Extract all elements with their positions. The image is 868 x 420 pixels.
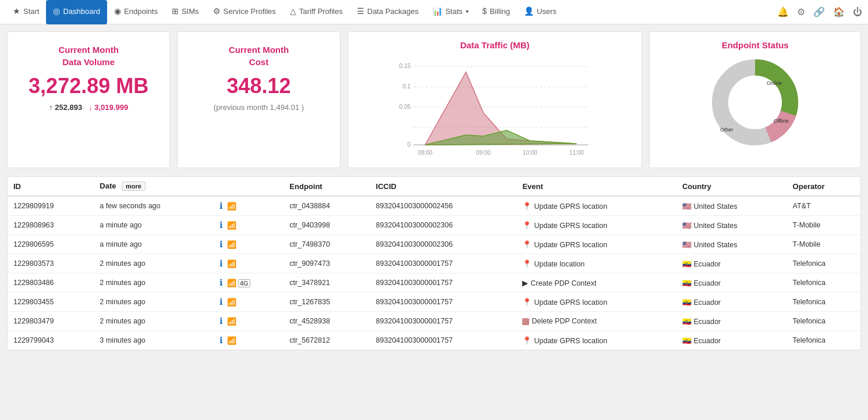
navbar: ★ Start ◎ Dashboard ◉ Endpoints ⊞ SIMs ⚙… xyxy=(0,0,868,24)
stats-row: Current MonthData Volume 3,272.89 MB ↑ 2… xyxy=(7,31,861,168)
nav-service-profiles[interactable]: ⚙ Service Profiles xyxy=(206,0,283,24)
table-header-row: ID Date more Endpoint ICCID Event Countr… xyxy=(8,177,860,196)
svg-text:Other: Other xyxy=(720,127,734,133)
info-icon[interactable]: ℹ xyxy=(219,220,223,230)
pin-icon: 📍 xyxy=(522,221,532,230)
service-profiles-icon: ⚙ xyxy=(213,6,221,16)
info-icon[interactable]: ℹ xyxy=(219,297,223,307)
bar-chart-icon[interactable]: 📶 xyxy=(227,279,236,287)
cell-id: 1229809919 xyxy=(8,196,94,216)
billing-icon: $ xyxy=(483,6,487,16)
more-button[interactable]: more xyxy=(122,181,146,191)
nav-data-packages[interactable]: ☰ Data Packages xyxy=(350,0,426,24)
bar-chart-icon[interactable]: 📶 xyxy=(227,317,236,326)
bar-chart-icon[interactable]: 📶 xyxy=(227,202,236,211)
nav-right-icons: 🔔 ⚙ 🔗 🏠 ⏻ xyxy=(777,6,862,17)
nav-start-label: Start xyxy=(23,7,39,16)
cell-event: 📍Update GPRS location xyxy=(516,235,676,254)
nav-users[interactable]: 👤 Users xyxy=(517,0,564,24)
svg-text:10:00: 10:00 xyxy=(522,150,537,156)
data-volume-title: Current MonthData Volume xyxy=(19,44,158,68)
users-icon: 👤 xyxy=(524,6,534,16)
bar-chart-icon[interactable]: 📶 xyxy=(227,240,236,249)
nav-start[interactable]: ★ Start xyxy=(6,0,46,24)
cost-card: Current MonthCost 348.12 (previous month… xyxy=(177,31,340,168)
traffic-chart-svg: 0.15 0.1 0.05 0 08:00 09:00 10:00 11:00 xyxy=(356,55,634,159)
events-table: ID Date more Endpoint ICCID Event Countr… xyxy=(8,177,860,350)
info-icon[interactable]: ℹ xyxy=(219,201,223,211)
flag-icon: 🇺🇸 xyxy=(682,222,692,230)
cell-id: 1229808963 xyxy=(8,216,94,235)
cell-country: 🇺🇸 United States xyxy=(676,235,787,254)
col-endpoint: Endpoint xyxy=(284,177,370,196)
cell-icons: ℹ 📶 xyxy=(214,235,284,254)
cell-event: Delete PDP Context xyxy=(516,312,676,331)
pin-icon: 📍 xyxy=(522,259,532,268)
flag-icon: 🇪🇨 xyxy=(682,318,692,326)
info-icon[interactable]: ℹ xyxy=(219,258,223,268)
bar-chart-icon[interactable]: 📶 xyxy=(227,336,236,345)
cell-operator: AT&T xyxy=(787,196,860,216)
bar-chart-icon[interactable]: 📶 xyxy=(227,221,236,230)
cell-operator: T-Mobile xyxy=(787,235,860,254)
info-icon[interactable]: ℹ xyxy=(219,316,223,326)
cell-icons: ℹ 📶 xyxy=(214,196,284,216)
settings-icon[interactable]: ⚙ xyxy=(797,6,805,17)
nav-billing[interactable]: $ Billing xyxy=(476,0,517,24)
cell-operator: Telefonica xyxy=(787,254,860,273)
nav-endpoints[interactable]: ◉ Endpoints xyxy=(107,0,165,24)
nav-dashboard-label: Dashboard xyxy=(63,7,100,16)
sims-icon: ⊞ xyxy=(172,6,179,16)
nav-dashboard[interactable]: ◎ Dashboard xyxy=(46,0,107,24)
nav-stats[interactable]: 📊 Stats ▾ xyxy=(426,0,476,24)
col-date: Date more xyxy=(94,177,214,196)
info-icon[interactable]: ℹ xyxy=(219,335,223,345)
bar-chart-icon[interactable]: 📶 xyxy=(227,298,236,307)
flag-icon: 🇪🇨 xyxy=(682,260,692,268)
cell-id: 1229799043 xyxy=(8,331,94,350)
pin-icon: 📍 xyxy=(522,336,532,345)
col-country: Country xyxy=(676,177,787,196)
home-icon[interactable]: 🏠 xyxy=(833,6,845,17)
svg-text:0.1: 0.1 xyxy=(402,83,410,90)
cell-date: 2 minutes ago xyxy=(94,273,214,293)
data-volume-sub: ↑ 252.893 ↓ 3,019.999 xyxy=(19,103,158,112)
endpoint-status-card: Endpoint Status Online Offline Other xyxy=(649,31,861,168)
cell-iccid: 8932041003000001757 xyxy=(370,293,517,312)
traffic-chart-area: 0.15 0.1 0.05 0 08:00 09:00 10:00 11:00 xyxy=(356,55,634,159)
cell-country: 🇪🇨 Ecuador xyxy=(676,254,787,273)
table-row: 1229803573 2 minutes ago ℹ 📶 ctr_9097473… xyxy=(8,254,860,273)
table-row: 1229803479 2 minutes ago ℹ 📶 ctr_4528938… xyxy=(8,312,860,331)
table-row: 1229799043 3 minutes ago ℹ 📶 ctr_5672812… xyxy=(8,331,860,350)
info-icon[interactable]: ℹ xyxy=(219,239,223,249)
col-event: Event xyxy=(516,177,676,196)
col-iccid: ICCID xyxy=(370,177,517,196)
cell-iccid: 8932041003000002456 xyxy=(370,196,517,216)
cell-iccid: 8932041003000001757 xyxy=(370,331,517,350)
endpoints-icon: ◉ xyxy=(114,6,121,16)
cell-endpoint: ctr_4528938 xyxy=(284,312,370,331)
cell-country: 🇺🇸 United States xyxy=(676,196,787,216)
col-operator: Operator xyxy=(787,177,860,196)
data-packages-icon: ☰ xyxy=(357,6,364,16)
main-content: Current MonthData Volume 3,272.89 MB ↑ 2… xyxy=(0,24,868,357)
link-icon[interactable]: 🔗 xyxy=(813,6,825,17)
power-icon[interactable]: ⏻ xyxy=(853,7,862,17)
svg-text:0: 0 xyxy=(407,141,410,148)
cell-event: 📍Update GPRS location xyxy=(516,331,676,350)
cell-country: 🇪🇨 Ecuador xyxy=(676,331,787,350)
cell-icons: ℹ 📶 xyxy=(214,254,284,273)
cell-endpoint: ctr_3478921 xyxy=(284,273,370,293)
nav-tariff-profiles[interactable]: △ Tariff Profiles xyxy=(283,0,350,24)
cell-event: 📍Update GPRS location xyxy=(516,293,676,312)
nav-billing-label: Billing xyxy=(490,7,510,16)
table-row: 1229806595 a minute ago ℹ 📶 ctr_7498370 … xyxy=(8,235,860,254)
bar-chart-icon[interactable]: 📶 xyxy=(227,259,236,268)
bell-icon[interactable]: 🔔 xyxy=(777,6,789,17)
traffic-chart-title: Data Traffic (MB) xyxy=(356,40,634,50)
table-row: 1229803455 2 minutes ago ℹ 📶 ctr_1267835… xyxy=(8,293,860,312)
info-icon[interactable]: ℹ xyxy=(219,277,223,287)
nav-users-label: Users xyxy=(537,7,557,16)
nav-items: ★ Start ◎ Dashboard ◉ Endpoints ⊞ SIMs ⚙… xyxy=(6,0,777,24)
nav-sims[interactable]: ⊞ SIMs xyxy=(165,0,206,24)
